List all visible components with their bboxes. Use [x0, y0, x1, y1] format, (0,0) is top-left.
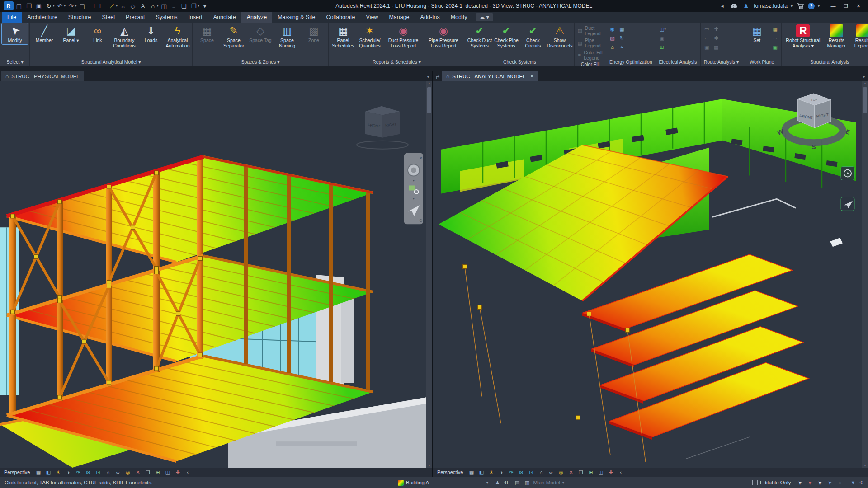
- active-workset-control[interactable]: Building A ▾: [398, 480, 488, 486]
- route-grid-icon[interactable]: ▦: [712, 43, 720, 51]
- show-disconnects-button[interactable]: ⚠Show Disconnects: [547, 23, 573, 50]
- help-icon[interactable]: ?: [808, 3, 815, 9]
- collapse-arrow-icon[interactable]: ◂: [718, 2, 726, 10]
- results-manager-button[interactable]: Results Manager: [823, 23, 849, 50]
- crop-region-icon[interactable]: ⊡: [528, 469, 534, 476]
- scale-icon[interactable]: ▩: [35, 469, 42, 476]
- color-fill-legend-button[interactable]: ≡Color Fill Legend: [576, 49, 604, 61]
- save-icon[interactable]: ▣: [34, 1, 43, 10]
- tab-steel[interactable]: Steel: [97, 12, 121, 23]
- temporary-view-properties-icon[interactable]: ❏: [577, 469, 584, 476]
- route-path-icon[interactable]: ▭: [703, 25, 711, 33]
- undo-icon-arrow[interactable]: ▾: [64, 4, 66, 8]
- redo-icon[interactable]: ↷: [66, 1, 75, 10]
- close-inactive-views-icon[interactable]: ❏: [179, 1, 189, 10]
- pane-swap-icon[interactable]: ⇄: [434, 75, 441, 81]
- shadows-icon[interactable]: ◑: [498, 469, 505, 476]
- rotate-model-icon[interactable]: ↻: [618, 34, 626, 42]
- customize-qat-icon[interactable]: ▾: [200, 1, 209, 10]
- reveal-constraints-icon[interactable]: ✚: [174, 469, 181, 476]
- crop-hidden-icon[interactable]: ⊠: [85, 469, 91, 476]
- view-list-icon[interactable]: ▾: [424, 75, 432, 81]
- scrollbar-thumb[interactable]: [863, 87, 867, 113]
- space-tag-button[interactable]: ◇Space Tag: [247, 23, 274, 44]
- panel-label-structural-analytical-model[interactable]: Structural Analytical Model ▾: [31, 59, 191, 66]
- tab-systems[interactable]: Systems: [150, 12, 183, 23]
- transfer-icon[interactable]: ❒: [88, 1, 97, 10]
- scrollbar-thumb[interactable]: [427, 87, 431, 113]
- tag-icon[interactable]: ◇: [128, 1, 137, 10]
- switch-windows-icon-arrow[interactable]: ▾: [198, 4, 200, 8]
- show-work-plane-icon[interactable]: ▦: [771, 25, 779, 33]
- panel-label-route-analysis[interactable]: Route Analysis ▾: [702, 59, 741, 66]
- tab-collaborate[interactable]: Collaborate: [321, 12, 361, 23]
- design-options-control[interactable]: ▤ ▥ Main Model ▾: [514, 479, 564, 487]
- section-icon[interactable]: ◫: [160, 1, 169, 10]
- scale-icon[interactable]: ▩: [468, 469, 475, 476]
- workset-dropdown-arrow[interactable]: ▾: [486, 481, 488, 485]
- scroll-down-arrow[interactable]: ▼: [426, 464, 432, 467]
- space-naming-button[interactable]: ▥Space Naming: [274, 23, 300, 50]
- panel-label-work-plane[interactable]: Work Plane: [744, 59, 780, 66]
- panel-schedules-button[interactable]: ▦Panel Schedules: [330, 23, 356, 50]
- reveal-hidden-elements-icon[interactable]: ◎: [557, 469, 564, 476]
- redo-icon-arrow[interactable]: ▾: [75, 4, 77, 8]
- link-button[interactable]: ∞Link: [85, 23, 111, 44]
- vertical-scrollbar[interactable]: ▲ ▼: [862, 81, 868, 468]
- scroll-up-arrow[interactable]: ▲: [426, 82, 432, 85]
- panel-label-electrical-analysis[interactable]: Electrical Analysis: [657, 59, 699, 66]
- robot-structural-analysis-button[interactable]: RRobot Structural Analysis ▾: [783, 23, 823, 50]
- tab-view[interactable]: View: [361, 12, 384, 23]
- schedule-quantities-button[interactable]: ✶Schedule/ Quantities: [357, 23, 383, 50]
- duct-legend-button[interactable]: ▤Duct Legend: [576, 25, 604, 37]
- sun-path-icon[interactable]: ✑: [508, 469, 514, 476]
- navigation-bar[interactable]: ✕ ▾ ▾ ⊖: [404, 153, 423, 225]
- panel-label-color-fill[interactable]: Color Fill: [576, 61, 604, 66]
- close-button[interactable]: ✕: [853, 1, 864, 10]
- crop-region-icon[interactable]: ⊡: [94, 469, 101, 476]
- displacement-sets-icon[interactable]: ◫: [164, 469, 171, 476]
- tab-precast[interactable]: Precast: [120, 12, 150, 23]
- sun-path-icon[interactable]: ✑: [75, 469, 81, 476]
- power-analytics-icon[interactable]: ▣: [658, 34, 666, 42]
- displacement-sets-icon[interactable]: ◫: [597, 469, 604, 476]
- energy-settings-icon[interactable]: ▦: [618, 25, 626, 33]
- tab-architecture[interactable]: Architecture: [22, 12, 63, 23]
- set-work-plane-button[interactable]: ▦Set: [744, 23, 770, 44]
- route-show-icon[interactable]: ▣: [703, 43, 711, 51]
- filter-control[interactable]: ▼ :0: [849, 479, 863, 487]
- duct-pressure-loss-report-button[interactable]: ◉Duct Pressure Loss Report: [383, 23, 423, 50]
- projection-label[interactable]: Perspective: [4, 469, 30, 475]
- scroll-up-arrow[interactable]: ▲: [862, 82, 868, 85]
- filter-icon[interactable]: ▼: [849, 479, 857, 487]
- view-tab-physical-model[interactable]: ⌂ STRUC - PHYSICAL MODEL: [1, 71, 84, 81]
- signed-in-user[interactable]: tomasz.fudala: [754, 3, 788, 9]
- zone-button[interactable]: ▩Zone: [301, 23, 327, 44]
- open-icon[interactable]: ❐: [24, 1, 33, 10]
- modify-cursor-icon[interactable]: ⊢: [98, 1, 107, 10]
- navbar-collapse-icon[interactable]: ⊖: [419, 218, 423, 223]
- navbar-dropdown-1[interactable]: ▾: [413, 178, 415, 183]
- shadows-icon[interactable]: ◑: [65, 469, 71, 476]
- measure-icon[interactable]: ⟋: [108, 1, 117, 10]
- navbar-dropdown-2[interactable]: ▾: [413, 197, 415, 201]
- panel-label-spaces-zones[interactable]: Spaces & Zones ▾: [194, 59, 327, 66]
- help-dropdown-arrow[interactable]: ▾: [818, 4, 820, 8]
- drag-on-selection-icon[interactable]: ◌: [836, 479, 844, 487]
- select-by-face-icon[interactable]: ➤: [825, 477, 835, 488]
- route-edit-icon[interactable]: ▱: [703, 34, 711, 42]
- sync-with-central-icon[interactable]: ↻: [44, 1, 53, 10]
- locked-orientation-icon[interactable]: ⌂: [104, 469, 111, 476]
- zoom-icon[interactable]: [409, 185, 415, 190]
- view-tab-analytical-model[interactable]: ⌂ STRUC - ANALYTICAL MODEL ✕: [442, 71, 538, 81]
- space-button[interactable]: ▦Space: [194, 23, 220, 44]
- editable-only-checkbox[interactable]: [752, 480, 758, 485]
- space-separator-button[interactable]: ✎Space Separator: [221, 23, 247, 50]
- route-add-icon[interactable]: ✚: [712, 25, 720, 33]
- work-plane-viewer-icon[interactable]: ▱: [771, 34, 779, 42]
- thin-lines-icon[interactable]: ≡: [170, 1, 179, 10]
- pipe-legend-button[interactable]: ▤Pipe Legend: [576, 37, 604, 49]
- cloud-share-icon[interactable]: ☁ ▾: [476, 13, 493, 21]
- results-explorer-button[interactable]: Results Explorer: [850, 23, 868, 50]
- locked-orientation-icon[interactable]: ⌂: [538, 469, 544, 476]
